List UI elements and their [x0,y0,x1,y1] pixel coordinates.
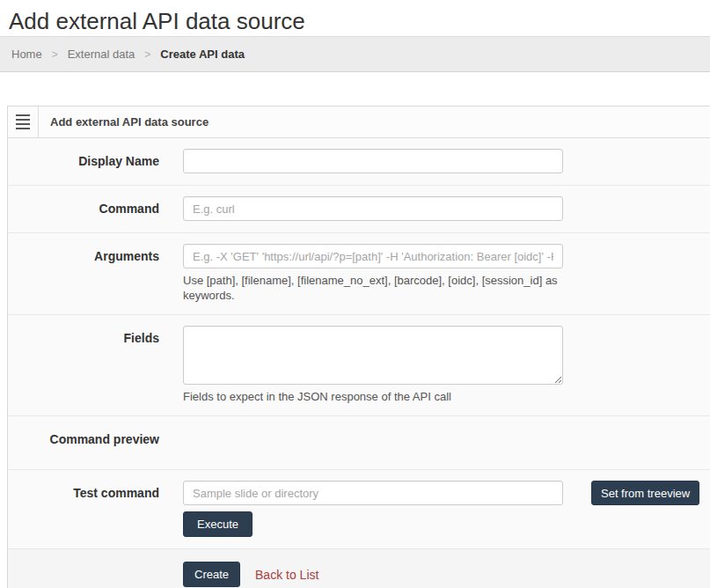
test-command-label: Test command [8,481,183,537]
arguments-row: Arguments Use [path], [filename], [filen… [8,233,710,315]
fields-help-text: Fields to expect in the JSON response of… [183,389,563,404]
menu-icon[interactable] [8,107,39,137]
execute-button[interactable]: Execute [183,511,253,537]
arguments-help-text: Use [path], [filename], [filename_no_ext… [183,273,563,303]
breadcrumb: Home > External data > Create API data [0,36,710,72]
fields-textarea[interactable] [183,326,563,385]
set-from-treeview-button[interactable]: Set from treeview [591,481,699,505]
display-name-label: Display Name [8,149,183,173]
breadcrumb-home[interactable]: Home [11,48,42,61]
panel-title: Add external API data source [39,107,209,137]
panel-heading: Add external API data source [8,107,710,138]
chevron-right-icon: > [52,48,58,61]
fields-label: Fields [8,326,183,404]
command-preview-label: Command preview [8,427,183,446]
chevron-right-icon: > [144,48,150,61]
panel-footer: Create Back to List [8,549,710,588]
arguments-input[interactable] [183,244,563,268]
breadcrumb-external-data[interactable]: External data [68,48,135,61]
command-row: Command [8,186,710,233]
command-input[interactable] [183,196,563,221]
arguments-label: Arguments [8,244,183,303]
test-command-input[interactable] [183,481,563,505]
form-panel: Add external API data source Display Nam… [7,106,710,588]
display-name-input[interactable] [183,149,563,173]
test-command-row: Test command Execute Set from treeview [8,470,710,549]
breadcrumb-current: Create API data [160,48,245,61]
fields-row: Fields Fields to expect in the JSON resp… [8,315,710,416]
create-button[interactable]: Create [183,562,240,587]
command-label: Command [8,196,183,221]
page-title: Add external API data source [0,0,710,34]
back-to-list-link[interactable]: Back to List [255,568,318,582]
command-preview-row: Command preview [8,416,710,470]
display-name-row: Display Name [8,138,710,186]
